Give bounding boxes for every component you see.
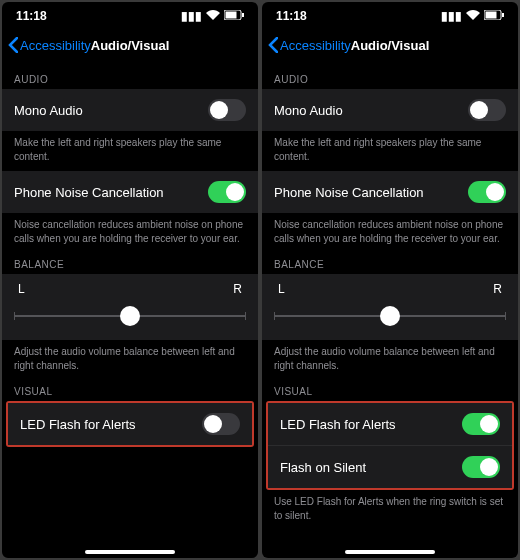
balance-row: L R (262, 274, 518, 340)
noise-cancel-toggle[interactable] (208, 181, 246, 203)
status-time: 11:18 (16, 9, 47, 23)
balance-right-label: R (233, 282, 242, 296)
balance-left-label: L (18, 282, 25, 296)
flash-footer: Use LED Flash for Alerts when the ring s… (262, 490, 518, 522)
status-icons: ▮▮▮ (181, 9, 244, 23)
balance-section-header: BALANCE (2, 245, 258, 274)
home-indicator[interactable] (345, 550, 435, 554)
flash-silent-label: Flash on Silent (280, 460, 366, 475)
led-flash-toggle[interactable] (462, 413, 500, 435)
mono-audio-label: Mono Audio (274, 103, 343, 118)
mono-audio-footer: Make the left and right speakers play th… (262, 131, 518, 163)
visual-section-header: VISUAL (262, 372, 518, 401)
balance-slider[interactable] (14, 306, 246, 326)
mono-audio-row[interactable]: Mono Audio (2, 89, 258, 131)
page-title: Audio/Visual (351, 38, 430, 53)
led-flash-row[interactable]: LED Flash for Alerts (268, 403, 512, 445)
mono-audio-label: Mono Audio (14, 103, 83, 118)
page-title: Audio/Visual (91, 38, 170, 53)
balance-footer: Adjust the audio volume balance between … (2, 340, 258, 372)
slider-thumb[interactable] (120, 306, 140, 326)
led-flash-label: LED Flash for Alerts (280, 417, 396, 432)
status-icons: ▮▮▮ (441, 9, 504, 23)
flash-silent-row[interactable]: Flash on Silent (268, 445, 512, 488)
home-indicator[interactable] (85, 550, 175, 554)
mono-audio-footer: Make the left and right speakers play th… (2, 131, 258, 163)
flash-silent-toggle[interactable] (462, 456, 500, 478)
battery-icon (484, 9, 504, 23)
chevron-left-icon (268, 37, 278, 53)
highlight-box-right: LED Flash for Alerts Flash on Silent (266, 401, 514, 490)
signal-icon: ▮▮▮ (441, 9, 462, 23)
status-bar: 11:18 ▮▮▮ (2, 2, 258, 30)
slider-thumb[interactable] (380, 306, 400, 326)
balance-row: L R (2, 274, 258, 340)
noise-cancel-label: Phone Noise Cancellation (14, 185, 164, 200)
left-screenshot: 11:18 ▮▮▮ Accessibility Audio/Visual AUD… (2, 2, 258, 558)
led-flash-label: LED Flash for Alerts (20, 417, 136, 432)
back-button[interactable]: Accessibility (268, 37, 351, 53)
audio-section-header: AUDIO (262, 60, 518, 89)
signal-icon: ▮▮▮ (181, 9, 202, 23)
nav-bar: Accessibility Audio/Visual (262, 30, 518, 60)
balance-footer: Adjust the audio volume balance between … (262, 340, 518, 372)
led-flash-toggle[interactable] (202, 413, 240, 435)
balance-section-header: BALANCE (262, 245, 518, 274)
led-flash-row[interactable]: LED Flash for Alerts (8, 403, 252, 445)
noise-cancel-footer: Noise cancellation reduces ambient noise… (262, 213, 518, 245)
back-label: Accessibility (20, 38, 91, 53)
balance-slider[interactable] (274, 306, 506, 326)
right-screenshot: 11:18 ▮▮▮ Accessibility Audio/Visual AUD… (262, 2, 518, 558)
highlight-box-left: LED Flash for Alerts (6, 401, 254, 447)
balance-left-label: L (278, 282, 285, 296)
noise-cancel-row[interactable]: Phone Noise Cancellation (2, 171, 258, 213)
wifi-icon (206, 9, 220, 23)
noise-cancel-toggle[interactable] (468, 181, 506, 203)
status-time: 11:18 (276, 9, 307, 23)
noise-cancel-label: Phone Noise Cancellation (274, 185, 424, 200)
audio-section-header: AUDIO (2, 60, 258, 89)
svg-rect-2 (242, 13, 244, 17)
chevron-left-icon (8, 37, 18, 53)
nav-bar: Accessibility Audio/Visual (2, 30, 258, 60)
back-label: Accessibility (280, 38, 351, 53)
svg-rect-5 (502, 13, 504, 17)
mono-audio-row[interactable]: Mono Audio (262, 89, 518, 131)
noise-cancel-row[interactable]: Phone Noise Cancellation (262, 171, 518, 213)
wifi-icon (466, 9, 480, 23)
mono-audio-toggle[interactable] (208, 99, 246, 121)
noise-cancel-footer: Noise cancellation reduces ambient noise… (2, 213, 258, 245)
svg-rect-1 (226, 12, 237, 19)
back-button[interactable]: Accessibility (8, 37, 91, 53)
balance-right-label: R (493, 282, 502, 296)
svg-rect-4 (486, 12, 497, 19)
battery-icon (224, 9, 244, 23)
status-bar: 11:18 ▮▮▮ (262, 2, 518, 30)
visual-section-header: VISUAL (2, 372, 258, 401)
mono-audio-toggle[interactable] (468, 99, 506, 121)
